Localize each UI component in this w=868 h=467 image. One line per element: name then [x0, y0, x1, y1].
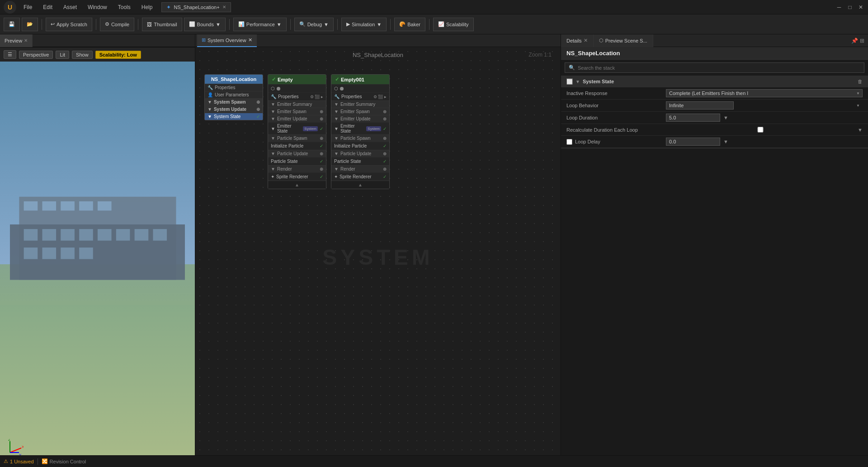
scalability-low-button[interactable]: Scalability: Low — [95, 51, 141, 59]
menu-help[interactable]: Help — [140, 3, 155, 11]
show-button[interactable]: Show — [72, 51, 93, 59]
close-button[interactable]: ✕ — [857, 4, 864, 11]
emitter2-update-row[interactable]: ▼ Emitter Update ⊕ — [331, 115, 389, 122]
emitter1-spawn-row[interactable]: ▼ Emitter Spawn ⊕ — [268, 108, 326, 115]
emitter1-pstate-row[interactable]: Particle State ✓ — [268, 157, 326, 165]
emitter1-properties-row[interactable]: 🔧 Properties ⚙ ⬛ ▸ — [268, 92, 326, 100]
preview-tab-close[interactable]: ✕ — [24, 38, 28, 43]
emitter2-spawn-add-icon[interactable]: ⊕ — [383, 109, 387, 114]
emitter2-pspawn-add-icon[interactable]: ⊕ — [383, 136, 387, 141]
performance-button[interactable]: 📊 Performance ▼ — [233, 18, 287, 31]
emitter1-sprite-row[interactable]: ✦ Sprite Renderer ✓ — [268, 172, 326, 181]
emitter2-properties-row[interactable]: 🔧 Properties ⚙ ⬛ ▸ — [331, 92, 389, 100]
minimize-button[interactable]: ─ — [835, 4, 843, 11]
emitter2-update-add-icon[interactable]: ⊕ — [383, 116, 387, 121]
sim-icon: ▶ — [346, 21, 350, 27]
ns-user-params-row[interactable]: 👤 User Parameters — [205, 91, 263, 98]
so-tab-close[interactable]: ✕ — [248, 37, 252, 43]
emitter2-pupdate-add-icon[interactable]: ⊕ — [383, 151, 387, 156]
scalability-label: Scalability — [446, 22, 469, 27]
recalculate-expand-icon[interactable]: ▼ — [858, 127, 863, 133]
bounds-button[interactable]: ⬜ Bounds ▼ — [184, 18, 226, 31]
menu-file[interactable]: File — [22, 3, 34, 11]
details-layout-icon[interactable]: ⊞ — [860, 38, 864, 44]
baker-button[interactable]: 🥐 Baker — [394, 18, 425, 31]
details-pin-icon[interactable]: 📌 — [851, 38, 858, 44]
loop-delay-checkbox[interactable] — [566, 139, 572, 145]
menu-tools[interactable]: Tools — [116, 3, 132, 11]
ns-system-spawn-row[interactable]: ▼ System Spawn ⊕ — [205, 98, 263, 105]
menu-window[interactable]: Window — [86, 3, 109, 11]
emitter1-particle-spawn-row[interactable]: ▼ Particle Spawn ⊕ — [268, 134, 326, 142]
inactive-response-row: Inactive Response Complete (Let Emitters… — [561, 87, 868, 100]
emitter1-spawn-add-icon[interactable]: ⊕ — [320, 109, 323, 114]
system-state-section-header[interactable]: ⬜ ▼ System State 🗑 — [561, 76, 868, 87]
emitter2-pspawn-row[interactable]: ▼ Particle Spawn ⊕ — [331, 134, 389, 142]
debug-button[interactable]: 🔍 Debug ▼ — [294, 18, 334, 31]
preview-tab[interactable]: Preview ✕ — [0, 34, 33, 47]
emitter2-render-add-icon[interactable]: ⊕ — [383, 167, 387, 172]
loop-duration-expand-icon[interactable]: ▼ — [723, 115, 728, 120]
ns-user-icon: 👤 — [208, 92, 213, 97]
menu-asset[interactable]: Asset — [61, 3, 79, 11]
ns-system-state-row[interactable]: ▼ System State ✓ — [205, 113, 263, 120]
loop-duration-input[interactable] — [666, 114, 720, 122]
menu-edit[interactable]: Edit — [41, 3, 54, 11]
emitter1-init-row[interactable]: Initialize Particle ✓ — [268, 142, 326, 150]
details-tab[interactable]: Details ✕ — [561, 34, 594, 47]
emitter2-collapse-icon[interactable]: ▲ — [358, 182, 363, 187]
system-overview-tab[interactable]: ⊞ System Overview ✕ — [197, 34, 257, 47]
ns-system-update-row[interactable]: ▼ System Update ⊕ — [205, 105, 263, 113]
emitter1-render-row[interactable]: ▼ Render ⊕ — [268, 165, 326, 172]
emitter2-render-row[interactable]: ▼ Render ⊕ — [331, 165, 389, 172]
emitter1-update-add-icon[interactable]: ⊕ — [320, 116, 323, 121]
perspective-button[interactable]: Perspective — [19, 51, 53, 59]
emitter2-pstate-row[interactable]: Particle State ✓ — [331, 157, 389, 165]
emitter2-state-toggle: ▼ — [334, 126, 339, 131]
maximize-button[interactable]: □ — [846, 4, 854, 11]
ns-spawn-add-icon[interactable]: ⊕ — [256, 100, 260, 105]
main-tab[interactable]: ✦ NS_ShapeLocation+ ✕ — [161, 2, 231, 12]
emitter1-prop-icon: 🔧 — [271, 94, 276, 99]
emitter2-init-row[interactable]: Initialize Particle ✓ — [331, 142, 389, 150]
emitter1-collapse-icon[interactable]: ▲ — [295, 182, 299, 187]
tab-close-icon[interactable]: ✕ — [222, 5, 226, 10]
compile-button[interactable]: ⚙ Compile — [100, 18, 134, 31]
save-button[interactable]: 💾 — [4, 18, 20, 31]
emitter2-sprite-row[interactable]: ✦ Sprite Renderer ✓ — [331, 172, 389, 181]
open-button[interactable]: 📂 — [22, 18, 38, 31]
ns-update-add-icon[interactable]: ⊕ — [256, 107, 260, 112]
search-stack-input[interactable] — [578, 65, 860, 71]
simulation-button[interactable]: ▶ Simulation ▼ — [341, 18, 387, 31]
thumbnail-button[interactable]: 🖼 Thumbnail — [142, 18, 182, 31]
emitter2-state-row[interactable]: ▼ Emitter State System ✓ — [331, 122, 389, 134]
viewport[interactable]: X Z Y — [0, 62, 195, 467]
ns-node-header: NS_ShapeLocation — [205, 75, 263, 84]
emitter2-summary-row[interactable]: ▼ Emitter Summary — [331, 100, 389, 108]
emitter1-emitter-summary-row[interactable]: ▼ Emitter Summary — [268, 100, 326, 108]
ns-properties-row[interactable]: 🔧 Properties — [205, 84, 263, 91]
axes-svg: X Z Y — [5, 439, 24, 457]
loop-behavior-select[interactable]: Infinite — [666, 101, 734, 110]
scalability-button[interactable]: 📈 Scalability — [433, 18, 474, 31]
emitter1-pupdate-add-icon[interactable]: ⊕ — [320, 151, 323, 156]
preview-scene-tab[interactable]: ⬡ Preview Scene S... — [594, 34, 653, 47]
apply-scratch-button[interactable]: ↩ Apply Scratch — [46, 18, 92, 31]
viewport-menu-button[interactable]: ☰ — [4, 50, 16, 59]
inactive-response-select[interactable]: Complete (Let Emitters Finish then l — [666, 89, 863, 97]
emitter1-render-add-icon[interactable]: ⊕ — [320, 167, 323, 172]
emitter1-state-row[interactable]: ▼ Emitter State System ✓ — [268, 122, 326, 134]
emitter1-pspawn-add-icon[interactable]: ⊕ — [320, 136, 323, 141]
emitter2-spawn-row[interactable]: ▼ Emitter Spawn ⊕ — [331, 108, 389, 115]
emitter1-update-row[interactable]: ▼ Emitter Update ⊕ — [268, 115, 326, 122]
emitter2-pupdate-row[interactable]: ▼ Particle Update ⊕ — [331, 150, 389, 157]
loop-delay-input[interactable] — [666, 138, 720, 146]
recalculate-checkbox[interactable] — [666, 127, 855, 133]
loop-delay-expand-icon[interactable]: ▼ — [723, 139, 728, 144]
lit-button[interactable]: Lit — [56, 51, 69, 59]
reset-icon[interactable]: 🗑 — [858, 79, 863, 84]
emitter1-pupdate-row[interactable]: ▼ Particle Update ⊕ — [268, 150, 326, 157]
system-canvas[interactable]: SYSTEM Zoom 1:1 NS_ShapeLocation NS_Shap… — [195, 47, 561, 467]
debug-label: Debug — [307, 22, 322, 27]
details-tab-close[interactable]: ✕ — [584, 38, 588, 43]
